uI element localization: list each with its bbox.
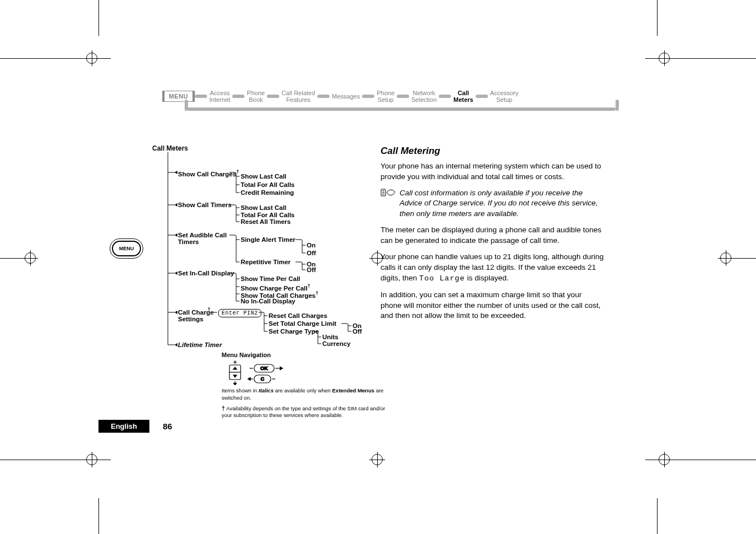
body-text: Call Metering Your phone has an internal… bbox=[381, 144, 604, 327]
register-mark-icon bbox=[22, 250, 38, 266]
joint-icon bbox=[362, 95, 374, 98]
menu-breadcrumb: MENU Access Internet Phone Book Call Rel… bbox=[162, 87, 610, 114]
register-mark-icon bbox=[84, 50, 100, 66]
menu-key-icon: MENU bbox=[112, 241, 141, 256]
tree-node: Lifetime Timer bbox=[178, 341, 222, 348]
info-note: Call cost information is only available … bbox=[381, 188, 604, 220]
register-mark-icon bbox=[656, 50, 672, 66]
joint-icon bbox=[317, 95, 330, 98]
joint-icon bbox=[397, 95, 409, 98]
nav-note-dagger: † Availability depends on the type and s… bbox=[222, 404, 389, 420]
tree-leaf: Total For All Calls bbox=[241, 212, 294, 218]
menu-root-box: MENU bbox=[162, 91, 195, 102]
joint-icon bbox=[232, 95, 245, 98]
tree-leaf: Show Time Per Call bbox=[241, 275, 300, 282]
crumb: Phone Book bbox=[245, 90, 267, 103]
menu-rail bbox=[187, 107, 616, 111]
svg-text:C: C bbox=[261, 376, 265, 382]
tree-leaf: Reset All Timers bbox=[241, 218, 290, 225]
paragraph: In addition, you can set a maximum charg… bbox=[381, 290, 604, 322]
tree-leaf: No In-Call Display bbox=[241, 298, 295, 305]
nav-note-italics: Items shown in Italics are available onl… bbox=[222, 387, 389, 402]
paragraph: The meter can be displayed during a phon… bbox=[381, 225, 604, 246]
crumb: Phone Setup bbox=[374, 90, 397, 103]
tree-leaf: Total For All Calls bbox=[241, 181, 294, 188]
footer-language: English bbox=[98, 420, 149, 433]
tree-leaf: Show Last Call bbox=[241, 204, 287, 211]
crop-mark bbox=[98, 498, 99, 534]
tree-leaf: Show Last Call bbox=[241, 173, 287, 180]
menu-root-label: MENU bbox=[169, 93, 188, 100]
menu-rail-cap bbox=[185, 100, 188, 111]
tree-node: Show Call Charges† bbox=[178, 169, 239, 177]
paragraph: Your phone can handle values up to 21 di… bbox=[381, 252, 604, 284]
note-text: Call cost information is only available … bbox=[400, 188, 604, 220]
joint-icon bbox=[476, 95, 488, 98]
menu-rail-cap bbox=[616, 100, 619, 111]
manual-page: MENU Access Internet Phone Book Call Rel… bbox=[0, 0, 756, 534]
crumb-active: Call Meters bbox=[451, 90, 475, 103]
tree-leaf: Single Alert Timer bbox=[241, 236, 295, 243]
tree-leaf: On bbox=[307, 242, 316, 249]
joint-icon bbox=[267, 95, 279, 98]
note-hand-icon bbox=[381, 188, 396, 197]
register-mark-icon bbox=[84, 452, 100, 467]
crumb: Call Related Features bbox=[279, 90, 317, 103]
tree-leaf: Units bbox=[322, 334, 339, 340]
tree-leaf: Off bbox=[307, 250, 316, 256]
crop-mark bbox=[657, 0, 658, 36]
tree-leaf: Off bbox=[353, 328, 362, 335]
tree-leaf: Reset Call Charges bbox=[269, 312, 327, 319]
joint-icon bbox=[195, 95, 207, 98]
register-mark-icon bbox=[369, 452, 385, 467]
menu-key-label: MENU bbox=[119, 246, 134, 251]
svg-text:OK: OK bbox=[260, 366, 268, 371]
enter-pin2-prompt: Enter PIN2 bbox=[218, 309, 261, 317]
tree-node: Show Call Timers bbox=[178, 202, 232, 208]
page-footer: English 86 bbox=[98, 419, 172, 433]
nav-header: Menu Navigation bbox=[222, 352, 389, 358]
tree-leaf: Set Total Charge Limit bbox=[269, 320, 336, 327]
tree-node-dagger: † bbox=[208, 307, 210, 315]
crop-mark bbox=[98, 0, 99, 36]
tree-leaf: Credit Remaining bbox=[241, 189, 294, 196]
display-code: Too Large bbox=[419, 274, 465, 283]
menu-navigation-panel: Menu Navigation OK C Items shown in Ital… bbox=[222, 352, 389, 419]
crumb: Access Internet bbox=[207, 90, 232, 103]
paragraph: Your phone has an internal metering syst… bbox=[381, 161, 604, 182]
joint-icon bbox=[439, 95, 451, 98]
tree-leaf: Off bbox=[307, 266, 316, 273]
tree-leaf: Set Charge Type bbox=[269, 328, 319, 335]
register-mark-icon bbox=[656, 452, 672, 467]
menu-crumbs: Access Internet Phone Book Call Related … bbox=[195, 87, 520, 105]
crumb: Messages bbox=[330, 93, 362, 100]
crumb: Accessory Setup bbox=[488, 90, 521, 103]
tree-node: Set Audible Call Timers bbox=[178, 232, 227, 245]
nav-keys-icon: OK C bbox=[222, 360, 289, 385]
section-heading: Call Metering bbox=[381, 144, 604, 158]
tree-leaf: Repetitive Timer bbox=[241, 259, 290, 265]
footer-page-number: 86 bbox=[163, 421, 172, 431]
crop-mark bbox=[657, 498, 658, 534]
register-mark-icon bbox=[718, 250, 734, 266]
crumb: Network Selection bbox=[409, 90, 439, 103]
tree-node: Set In-Call Display bbox=[178, 270, 234, 277]
tree-leaf: Currency bbox=[322, 340, 351, 347]
